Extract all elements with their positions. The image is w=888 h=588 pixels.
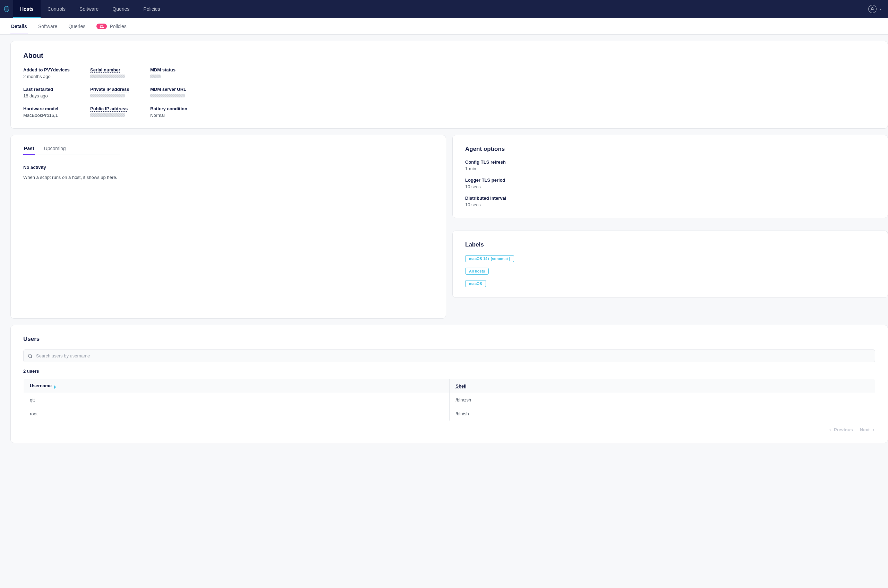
field-public-ip: Public IP address xyxy=(90,106,144,118)
field-logger-tls: Logger TLS period 10 secs xyxy=(465,177,875,189)
agent-title: Agent options xyxy=(465,146,875,153)
tab-policies-label: Policies xyxy=(110,24,126,29)
field-private-ip: Private IP address xyxy=(90,87,144,99)
field-hardware: Hardware model MacBookPro16,1 xyxy=(23,106,84,118)
nav-queries[interactable]: Queries xyxy=(105,0,136,18)
user-menu[interactable]: ▾ xyxy=(868,5,881,13)
users-card: Users 2 users Username▲▼ Shell qtt /bin/… xyxy=(11,325,888,443)
nav-left: Hosts Controls Software Queries Policies xyxy=(0,0,167,18)
field-distributed: Distributed interval 10 secs xyxy=(465,195,875,207)
nav-controls[interactable]: Controls xyxy=(41,0,72,18)
col-username[interactable]: Username▲▼ xyxy=(24,379,449,393)
table-row[interactable]: qtt /bin/zsh xyxy=(24,393,875,407)
chevron-left-icon xyxy=(828,428,832,432)
activity-tab-upcoming[interactable]: Upcoming xyxy=(44,146,67,154)
chevron-down-icon: ▾ xyxy=(879,7,881,11)
svg-point-1 xyxy=(29,354,32,357)
users-title: Users xyxy=(23,336,875,342)
svg-point-0 xyxy=(872,7,873,9)
redacted-value xyxy=(90,75,125,78)
agent-options-card: Agent options Config TLS refresh 1 min L… xyxy=(452,135,888,218)
logo-icon[interactable] xyxy=(0,0,13,18)
field-added: Added to PVYdevices 2 months ago xyxy=(23,67,84,79)
activity-card: Past Upcoming No activity When a script … xyxy=(11,135,446,319)
next-button[interactable]: Next xyxy=(860,427,875,432)
redacted-value xyxy=(90,94,125,98)
tab-queries[interactable]: Queries xyxy=(68,19,86,34)
previous-button[interactable]: Previous xyxy=(828,427,853,432)
activity-tab-past[interactable]: Past xyxy=(23,146,35,154)
field-mdm-url: MDM server URL xyxy=(150,87,204,99)
sort-icon: ▲▼ xyxy=(53,385,57,388)
tab-details[interactable]: Details xyxy=(11,19,28,34)
avatar-icon xyxy=(868,5,876,13)
redacted-value xyxy=(150,94,185,98)
field-restarted: Last restarted 18 days ago xyxy=(23,87,84,99)
no-activity-title: No activity xyxy=(23,165,433,170)
about-title: About xyxy=(23,52,875,60)
field-battery: Battery condition Normal xyxy=(150,106,204,118)
labels-card: Labels macOS 14+ (sonoma+) All hosts mac… xyxy=(452,231,888,298)
field-config-tls: Config TLS refresh 1 min xyxy=(465,159,875,171)
svg-line-2 xyxy=(31,357,32,358)
chevron-right-icon xyxy=(872,428,875,432)
search-icon xyxy=(27,353,33,359)
sub-nav: Details Software Queries 21 Policies xyxy=(0,18,888,34)
users-table: Username▲▼ Shell qtt /bin/zsh root /bin/… xyxy=(23,379,875,421)
labels-title: Labels xyxy=(465,241,875,248)
nav-policies[interactable]: Policies xyxy=(136,0,167,18)
nav-hosts[interactable]: Hosts xyxy=(13,0,41,18)
field-serial: Serial number xyxy=(90,67,144,79)
label-chip[interactable]: All hosts xyxy=(465,268,489,274)
label-chip[interactable]: macOS 14+ (sonoma+) xyxy=(465,255,514,262)
top-nav: Hosts Controls Software Queries Policies… xyxy=(0,0,888,18)
field-mdm-status: MDM status xyxy=(150,67,204,79)
users-search-input[interactable] xyxy=(23,350,875,362)
users-count: 2 users xyxy=(23,369,875,374)
no-activity-text: When a script runs on a host, it shows u… xyxy=(23,175,433,180)
table-row[interactable]: root /bin/sh xyxy=(24,407,875,421)
redacted-value xyxy=(90,113,125,117)
tab-software[interactable]: Software xyxy=(38,19,58,34)
nav-software[interactable]: Software xyxy=(72,0,105,18)
label-chip[interactable]: macOS xyxy=(465,280,486,287)
policies-badge: 21 xyxy=(96,24,107,29)
about-card: About Added to PVYdevices 2 months ago S… xyxy=(11,41,888,129)
col-shell[interactable]: Shell xyxy=(449,379,875,393)
redacted-value xyxy=(150,75,161,78)
tab-policies[interactable]: 21 Policies xyxy=(96,19,127,34)
